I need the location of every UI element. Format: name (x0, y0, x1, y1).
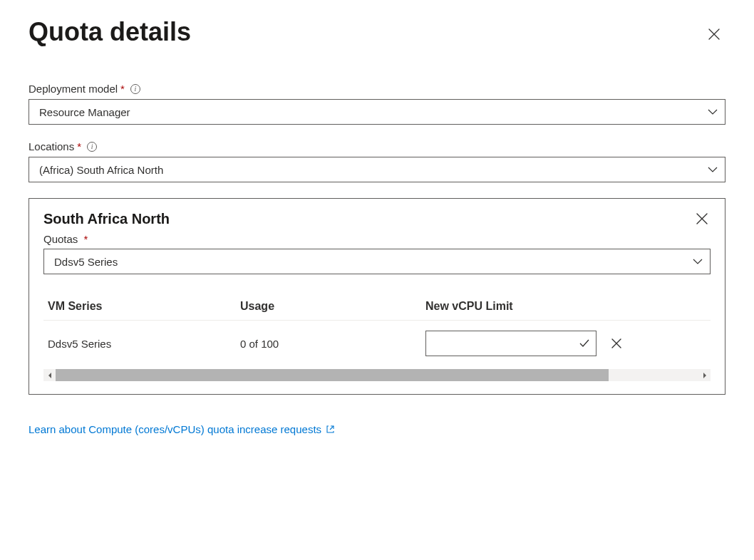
deployment-model-field: Deployment model * i Resource Manager (29, 83, 725, 125)
cell-usage: 0 of 100 (240, 338, 425, 350)
quotas-value: Ddsv5 Series (54, 256, 118, 268)
quotas-label: Quotas (43, 233, 78, 245)
quotas-label-row: Quotas * (43, 233, 711, 245)
location-panel-title: South Africa North (43, 211, 170, 227)
table-row: Ddsv5 Series 0 of 100 (43, 321, 711, 369)
locations-label-row: Locations * i (29, 140, 725, 152)
location-panel-header: South Africa North (43, 210, 711, 227)
remove-row-button[interactable] (608, 335, 625, 352)
external-link-icon (326, 425, 335, 434)
chevron-down-icon (708, 165, 718, 175)
horizontal-scrollbar[interactable] (43, 369, 711, 381)
info-icon[interactable]: i (87, 142, 97, 152)
quotas-dropdown[interactable]: Ddsv5 Series (43, 249, 711, 274)
scrollbar-thumb[interactable] (56, 369, 609, 381)
locations-value: (Africa) South Africa North (39, 164, 163, 176)
locations-field: Locations * i (Africa) South Africa Nort… (29, 140, 725, 182)
chevron-down-icon (708, 107, 718, 117)
col-header-new-limit: New vCPU Limit (425, 300, 706, 313)
scroll-left-button[interactable] (43, 369, 56, 381)
location-quota-panel: South Africa North Quotas * Ddsv5 Series… (29, 198, 725, 395)
cell-vm-series: Ddsv5 Series (48, 338, 240, 350)
page-title: Quota details (29, 17, 191, 47)
caret-left-icon (47, 372, 53, 379)
required-indicator: * (77, 140, 81, 152)
close-icon (611, 338, 622, 349)
close-icon (708, 28, 721, 41)
caret-right-icon (702, 372, 708, 379)
deployment-model-label-row: Deployment model * i (29, 83, 725, 95)
learn-more-link-row: Learn about Compute (cores/vCPUs) quota … (29, 423, 725, 435)
cell-new-limit (425, 331, 706, 356)
table-header-row: VM Series Usage New vCPU Limit (43, 294, 711, 321)
quota-table: VM Series Usage New vCPU Limit Ddsv5 Ser… (43, 294, 711, 369)
check-icon (579, 338, 590, 349)
quota-details-panel: Quota details Deployment model * i Resou… (0, 0, 754, 464)
deployment-model-dropdown[interactable]: Resource Manager (29, 99, 725, 125)
remove-location-button[interactable] (693, 210, 711, 227)
deployment-model-label: Deployment model (29, 83, 118, 95)
locations-label: Locations (29, 140, 74, 152)
col-header-vm-series: VM Series (48, 300, 240, 313)
required-indicator: * (120, 83, 125, 95)
required-indicator: * (84, 233, 88, 245)
chevron-down-icon (693, 256, 703, 266)
scroll-right-button[interactable] (698, 369, 711, 381)
info-icon[interactable]: i (130, 84, 140, 94)
close-panel-button[interactable] (703, 23, 725, 46)
scrollbar-track[interactable] (56, 369, 698, 381)
locations-dropdown[interactable]: (Africa) South Africa North (29, 157, 725, 182)
close-icon (696, 212, 708, 225)
new-limit-input[interactable] (425, 331, 597, 356)
col-header-usage: Usage (240, 300, 425, 313)
deployment-model-value: Resource Manager (39, 106, 130, 118)
panel-header: Quota details (29, 17, 725, 83)
learn-more-link[interactable]: Learn about Compute (cores/vCPUs) quota … (29, 423, 321, 435)
